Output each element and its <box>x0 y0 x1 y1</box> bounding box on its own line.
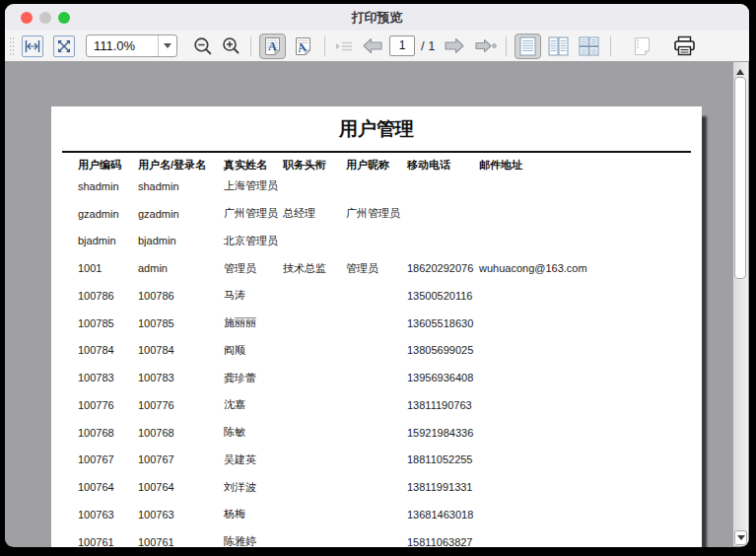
single-page-view-icon <box>519 36 536 56</box>
table-cell: 100776 <box>78 399 138 411</box>
close-button[interactable] <box>21 12 33 24</box>
table-cell: 阎顺 <box>224 343 283 358</box>
table-cell: 100768 <box>138 427 224 439</box>
previous-page-button[interactable] <box>359 34 385 59</box>
table-cell: 100767 <box>138 453 224 465</box>
fit-page-icon <box>56 38 72 54</box>
zoom-in-button[interactable] <box>219 34 242 59</box>
fit-page-button[interactable] <box>53 35 75 57</box>
landscape-orientation-button[interactable]: A <box>290 34 316 59</box>
table-row: 100785100785施丽丽13605518630 <box>51 310 698 337</box>
table-cell: 总经理 <box>283 206 346 221</box>
table-cell: 13811190763 <box>407 399 479 411</box>
table-cell: 13681463018 <box>407 509 479 521</box>
table-row: 100783100783龚珍蕾13956936408 <box>51 364 698 391</box>
table-cell: 100776 <box>138 399 224 411</box>
table-cell: 18811052255 <box>407 453 479 465</box>
table-cell: admin <box>138 262 224 274</box>
table-cell: 技术总监 <box>283 261 346 276</box>
landscape-icon: A <box>295 36 311 56</box>
table-cell: 100761 <box>138 536 224 547</box>
table-row: 100764100764刘洋波13811991331 <box>51 473 698 501</box>
overview-mode-button[interactable] <box>576 34 602 59</box>
print-button[interactable] <box>671 34 698 59</box>
column-header: 用户名/登录名 <box>138 158 224 173</box>
show-outline-button[interactable] <box>333 34 355 59</box>
column-header: 邮件地址 <box>479 158 698 173</box>
fit-width-button[interactable] <box>22 35 43 57</box>
outline-icon <box>335 39 353 53</box>
fit-width-icon <box>25 38 40 54</box>
table-cell: 杨梅 <box>224 507 283 521</box>
column-header: 用户编码 <box>78 158 138 173</box>
zoom-out-button[interactable] <box>191 34 215 59</box>
table-row: 100761100761陈雅婷15811063827 <box>51 528 698 547</box>
table-cell: 陈雅婷 <box>224 534 283 547</box>
table-row: 100763100763杨梅13681463018 <box>51 501 698 528</box>
scroll-up-icon[interactable] <box>736 65 744 75</box>
table-cell: 广州管理员 <box>224 206 283 221</box>
zoom-out-icon <box>192 35 214 57</box>
page-setup-button[interactable] <box>629 34 655 59</box>
table-cell: shadmin <box>78 180 138 192</box>
toolbar-drag-handle[interactable] <box>9 36 14 56</box>
table-cell: 刘洋波 <box>224 480 283 495</box>
table-cell: 100783 <box>138 372 224 383</box>
table-body: shadminshadmin上海管理员gzadmingzadmin广州管理员总经… <box>51 173 698 547</box>
table-row: 100768100768陈敏15921984336 <box>51 419 698 447</box>
table-cell: 100761 <box>78 536 138 547</box>
table-cell: 100764 <box>78 481 138 493</box>
table-cell: 100763 <box>138 509 224 521</box>
table-cell: 管理员 <box>346 261 407 276</box>
table-row: 1001admin管理员技术总监管理员18620292076wuhuacong@… <box>51 254 698 282</box>
vertical-scrollbar[interactable] <box>733 62 748 546</box>
table-row: bjadminbjadmin北京管理员 <box>51 228 698 255</box>
table-cell: 13500520116 <box>407 290 479 302</box>
column-header: 职务头衔 <box>283 158 346 173</box>
total-pages-label: / 1 <box>421 38 435 53</box>
zoom-level-combobox[interactable]: 111.0% <box>86 35 177 57</box>
table-cell: gzadmin <box>78 208 138 220</box>
table-cell: 100764 <box>138 481 224 493</box>
facing-pages-view-button[interactable] <box>545 34 572 59</box>
table-row: 100767100767吴建英18811052255 <box>51 447 698 474</box>
table-row: shadminshadmin上海管理员 <box>51 173 698 200</box>
zoom-dropdown-arrow-icon[interactable] <box>158 35 176 56</box>
window-title: 打印预览 <box>352 9 403 27</box>
table-cell: 100763 <box>78 509 138 521</box>
table-cell: 100784 <box>138 344 224 356</box>
titlebar[interactable]: 打印预览 <box>5 4 749 31</box>
table-cell: 100767 <box>78 453 138 465</box>
portrait-icon: A <box>264 36 281 56</box>
table-cell: 15921984336 <box>407 427 479 439</box>
table-cell: 100768 <box>78 427 138 439</box>
document-title: 用户管理 <box>51 106 702 142</box>
minimize-button[interactable] <box>39 12 51 24</box>
table-cell: 北京管理员 <box>224 234 283 248</box>
last-page-button[interactable] <box>471 34 498 59</box>
table-cell: bjadmin <box>78 235 138 246</box>
table-cell: 13605518630 <box>407 317 479 329</box>
single-page-view-button[interactable] <box>515 34 541 59</box>
current-page-input[interactable]: 1 <box>389 35 415 56</box>
header-rule <box>62 151 691 153</box>
table-cell: 上海管理员 <box>224 178 283 193</box>
table-cell: wuhuacong@163.com <box>479 262 698 274</box>
document-page: 用户管理 用户编码用户名/登录名真实姓名职务头衔用户昵称移动电话邮件地址 sha… <box>51 106 702 547</box>
next-page-icon <box>444 37 465 54</box>
zoom-in-icon <box>221 35 241 56</box>
next-page-button[interactable] <box>441 34 467 59</box>
table-cell: 陈敏 <box>224 425 283 440</box>
facing-pages-view-icon <box>548 36 569 56</box>
overview-mode-icon <box>579 36 599 56</box>
table-row: 100776100776沈嘉13811190763 <box>51 391 698 419</box>
zoom-window-button[interactable] <box>58 12 70 24</box>
table-cell: bjadmin <box>138 235 224 246</box>
table-cell: 100785 <box>138 317 224 329</box>
scrollbar-thumb[interactable] <box>734 77 746 279</box>
column-header: 用户昵称 <box>346 158 407 173</box>
scroll-down-icon[interactable] <box>734 530 747 545</box>
portrait-orientation-button[interactable]: A <box>259 34 286 59</box>
preview-canvas: 用户管理 用户编码用户名/登录名真实姓名职务头衔用户昵称移动电话邮件地址 sha… <box>5 62 749 546</box>
page-setup-icon <box>633 35 652 56</box>
